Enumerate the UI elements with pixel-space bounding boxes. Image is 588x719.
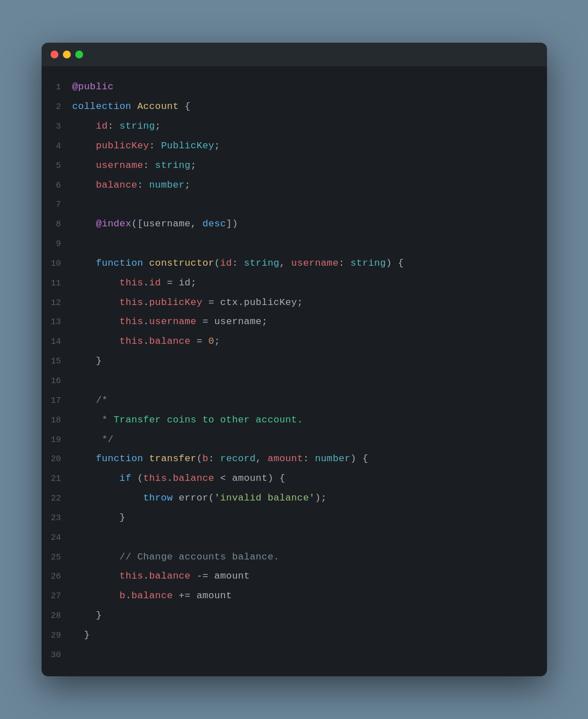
code-line-24: 24 xyxy=(42,528,547,548)
code-line-17: 17 /* xyxy=(42,391,547,411)
code-window: 1 @public 2 collection Account { 3 id: s… xyxy=(42,43,547,676)
code-line-28: 28 } xyxy=(42,606,547,626)
titlebar xyxy=(42,43,547,66)
code-line-4: 4 publicKey: PublicKey; xyxy=(42,136,547,156)
code-line-9: 9 xyxy=(42,234,547,254)
code-line-12: 12 this.publicKey = ctx.publicKey; xyxy=(42,293,547,313)
code-line-16: 16 xyxy=(42,371,547,391)
code-line-2: 2 collection Account { xyxy=(42,97,547,117)
close-button[interactable] xyxy=(51,51,58,58)
code-line-18: 18 * Transfer coins to other account. xyxy=(42,411,547,430)
code-line-29: 29 } xyxy=(42,626,547,645)
code-line-23: 23 } xyxy=(42,508,547,528)
code-line-20: 20 function transfer(b: record, amount: … xyxy=(42,449,547,469)
code-line-26: 26 this.balance -= amount xyxy=(42,567,547,586)
code-line-5: 5 username: string; xyxy=(42,156,547,176)
maximize-button[interactable] xyxy=(75,51,83,58)
code-line-22: 22 throw error('invalid balance'); xyxy=(42,489,547,508)
minimize-button[interactable] xyxy=(63,51,71,58)
code-line-8: 8 @index([username, desc]) xyxy=(42,215,547,234)
code-line-7: 7 xyxy=(42,195,547,215)
code-line-19: 19 */ xyxy=(42,430,547,450)
code-line-15: 15 } xyxy=(42,352,547,371)
code-line-6: 6 balance: number; xyxy=(42,176,547,195)
code-line-25: 25 // Change accounts balance. xyxy=(42,548,547,567)
code-line-30: 30 xyxy=(42,645,547,665)
code-line-11: 11 this.id = id; xyxy=(42,274,547,293)
code-line-10: 10 function constructor(id: string, user… xyxy=(42,254,547,274)
code-line-3: 3 id: string; xyxy=(42,117,547,136)
code-line-21: 21 if (this.balance < amount) { xyxy=(42,469,547,489)
code-line-13: 13 this.username = username; xyxy=(42,312,547,332)
code-line-14: 14 this.balance = 0; xyxy=(42,332,547,352)
code-editor: 1 @public 2 collection Account { 3 id: s… xyxy=(42,66,547,676)
code-line-1: 1 @public xyxy=(42,78,547,97)
code-line-27: 27 b.balance += amount xyxy=(42,586,547,606)
